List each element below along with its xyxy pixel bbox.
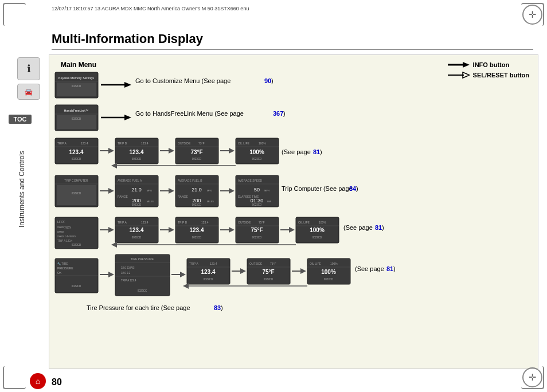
svg-text:100%: 100%: [330, 262, 338, 265]
svg-marker-20: [124, 115, 131, 120]
svg-text:OK: OK: [57, 271, 62, 275]
svg-text:MILES: MILES: [207, 200, 214, 203]
svg-text:0023CD: 0023CD: [72, 285, 81, 288]
svg-text:TRIP A    123.4: TRIP A 123.4: [121, 279, 136, 282]
svg-text:123.4: 123.4: [201, 269, 215, 275]
svg-text:123.4: 123.4: [81, 142, 88, 145]
svg-text:): ): [356, 185, 358, 192]
svg-text:100%: 100%: [259, 142, 266, 145]
svg-text:81: 81: [313, 148, 320, 155]
svg-text:xxxxx 1-2-mmm: xxxxx 1-2-mmm: [57, 235, 76, 238]
svg-text:0023CD: 0023CD: [132, 158, 142, 160]
svg-text:TRIP A: TRIP A: [118, 221, 127, 224]
svg-marker-31: [108, 148, 114, 154]
svg-text:AVERAGE SPEED: AVERAGE SPEED: [238, 179, 263, 182]
svg-text:TRIP COMPUTER: TRIP COMPUTER: [64, 179, 88, 182]
svg-text:0023CD: 0023CD: [72, 192, 81, 195]
sidebar: ℹ 🚘: [9, 57, 49, 100]
svg-text:🔧 TIRE: 🔧 TIRE: [57, 262, 68, 266]
svg-marker-108: [108, 227, 114, 233]
svg-text:RANGE: RANGE: [118, 195, 128, 198]
svg-text:OIL LIFE: OIL LIFE: [298, 221, 310, 224]
header-meta: 12/07/17 18:10:57 13 ACURA MDX MMC North…: [52, 6, 518, 11]
svg-text:0023CD: 0023CD: [192, 158, 202, 160]
page-title: Multi-Information Display: [52, 32, 533, 50]
svg-text:50: 50: [254, 187, 260, 193]
svg-text:Keyless Memory Settings: Keyless Memory Settings: [58, 76, 94, 80]
svg-marker-188: [108, 272, 114, 277]
sidebar-section-label: Instruments and Controls: [1, 138, 42, 241]
svg-text:OUTSIDE: OUTSIDE: [249, 262, 263, 265]
svg-text:75°F: 75°F: [251, 227, 263, 233]
svg-text:): ): [221, 304, 223, 311]
toc-label[interactable]: TOC: [9, 115, 32, 124]
corner-decoration-tl: [3, 3, 26, 26]
svg-text:Go to HandsFreeLink Menu (See : Go to HandsFreeLink Menu (See page: [135, 110, 244, 117]
svg-text:123.4: 123.4: [141, 142, 149, 145]
svg-text:83: 83: [214, 304, 221, 311]
svg-text:0023CD: 0023CD: [132, 203, 142, 206]
svg-text:0023CD: 0023CD: [72, 158, 81, 160]
svg-text:75°F: 75°F: [259, 221, 265, 224]
svg-text:32.0  33  PSI: 32.0 33 PSI: [121, 266, 135, 269]
info-button-label: INFO button: [473, 61, 510, 68]
car-icon[interactable]: 🚘: [17, 84, 40, 100]
svg-text:OIL LIFE: OIL LIFE: [310, 262, 321, 265]
svg-marker-76: [169, 188, 174, 194]
home-icon[interactable]: ⌂: [30, 373, 46, 389]
svg-marker-1: [463, 62, 470, 68]
svg-text:): ): [283, 110, 286, 117]
svg-text:): ): [393, 265, 396, 272]
svg-text:MPH: MPH: [264, 189, 269, 192]
svg-text:RANGE: RANGE: [178, 195, 188, 198]
svg-marker-159: [180, 272, 186, 277]
svg-text:200: 200: [132, 198, 140, 203]
svg-text:OUTSIDE: OUTSIDE: [178, 142, 191, 145]
svg-text:0023CD: 0023CD: [324, 278, 334, 281]
svg-text:OIL LIFE: OIL LIFE: [238, 142, 249, 145]
svg-text:32.0  3.2: 32.0 3.2: [121, 272, 131, 275]
svg-text:MPG: MPG: [207, 189, 212, 192]
svg-text:0023CD: 0023CD: [204, 278, 213, 281]
svg-text:0023CD: 0023CD: [264, 278, 274, 281]
info-arrow-icon: [448, 61, 470, 69]
svg-text:xxxxx  yyyyy: xxxxx yyyyy: [57, 226, 72, 229]
svg-marker-140: [111, 242, 117, 248]
svg-text:HandsFreeLink™: HandsFreeLink™: [64, 109, 89, 112]
svg-text:100%: 100%: [310, 227, 325, 233]
svg-text:(See page: (See page: [355, 265, 384, 272]
svg-text:100%: 100%: [249, 149, 264, 155]
svg-text:01:30: 01:30: [251, 198, 264, 203]
svg-text:81: 81: [386, 265, 393, 272]
svg-text:0023CD: 0023CD: [72, 85, 81, 88]
svg-text:TRIP A: TRIP A: [57, 142, 67, 145]
svg-text:123.4: 123.4: [189, 227, 204, 233]
svg-text:73°F: 73°F: [198, 142, 205, 145]
svg-text:81: 81: [375, 224, 382, 231]
svg-text:HM: HM: [267, 200, 271, 203]
main-menu-label: Main Menu: [61, 61, 96, 69]
svg-text:(See page: (See page: [282, 148, 311, 155]
svg-marker-116: [169, 227, 174, 233]
svg-text:75°F: 75°F: [262, 269, 274, 275]
svg-text:AVERAGE FUEL B: AVERAGE FUEL B: [178, 179, 202, 182]
svg-text:0023CD: 0023CD: [312, 236, 322, 239]
svg-text:0023CD: 0023CD: [72, 117, 81, 120]
svg-marker-124: [229, 227, 235, 233]
svg-text:123.4: 123.4: [129, 227, 143, 233]
svg-text:(See page: (See page: [343, 224, 373, 231]
compass-top-right: ✛: [522, 5, 542, 25]
svg-marker-10: [124, 82, 131, 88]
svg-text:): ): [382, 224, 384, 231]
svg-text:LF           RF: LF RF: [57, 220, 65, 224]
svg-text:0023CC: 0023CC: [138, 289, 147, 292]
svg-text:0023CD: 0023CD: [192, 203, 202, 206]
svg-text:75°F: 75°F: [270, 262, 276, 265]
svg-text:MPG: MPG: [147, 189, 152, 192]
svg-rect-62: [57, 185, 96, 205]
svg-text:Tire Pressure for each tire (S: Tire Pressure for each tire (See page: [87, 304, 190, 311]
svg-marker-183: [183, 283, 189, 289]
info-icon[interactable]: ℹ: [17, 57, 40, 80]
svg-marker-39: [169, 148, 174, 154]
svg-text:200: 200: [192, 198, 201, 203]
